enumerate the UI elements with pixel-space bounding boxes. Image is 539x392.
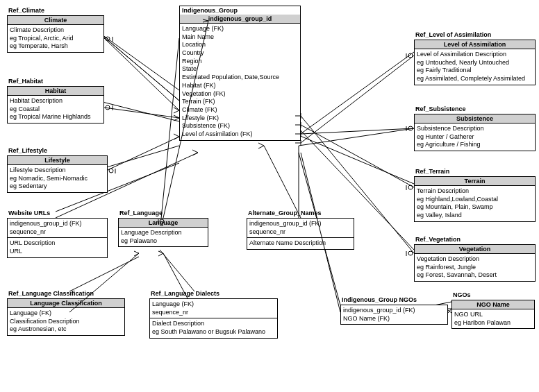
- field: NGO URL: [454, 311, 532, 319]
- svg-line-67: [134, 253, 139, 256]
- body-alternate-pk: indigenous_group_id (FK) sequence_nr: [247, 219, 354, 238]
- body-lang-dialects: Dialect Description eg South Palawano or…: [150, 318, 277, 337]
- field: eg Forest, Savannah, Desert: [417, 271, 533, 280]
- title-habitat: Habitat: [8, 87, 103, 96]
- body-website-urls: URL Description URL: [8, 238, 107, 257]
- body-lang-dialects-pk: Language (FK) sequence_nr: [150, 299, 277, 318]
- entity-ngos: NGO Name NGO URL eg Haribon Palawan: [451, 300, 535, 329]
- svg-line-10: [161, 38, 179, 219]
- field: eg South Palawano or Bugsuk Palawano: [152, 328, 275, 336]
- field: URL Description: [10, 239, 105, 248]
- field: Level of Assimilation (FK): [182, 130, 298, 139]
- field: eg Tropical Marine Highlands: [10, 113, 101, 121]
- field: indigenous_group_id (FK): [10, 220, 105, 228]
- field: Region: [182, 58, 298, 66]
- field: eg Rainforest, Jungle: [417, 264, 533, 272]
- label-indigenous-group-ngos: Indigenous_Group NGOs: [342, 296, 417, 303]
- body-website-urls-pk: indigenous_group_id (FK) sequence_nr: [8, 219, 107, 238]
- entity-ref-vegetation: Vegetation Vegetation Description eg Rai…: [414, 244, 536, 282]
- field: eg Palawano: [121, 237, 206, 246]
- label-ngos: NGOs: [453, 291, 471, 298]
- field: eg Mountain, Plain, Swamp: [417, 203, 533, 212]
- entity-ref-language-dialects: Language (FK) sequence_nr Dialect Descri…: [149, 298, 278, 339]
- body-terrain: Terrain Description eg Highland,Lowland,…: [415, 186, 535, 221]
- entity-ref-habitat: Habitat Habitat Description eg Coastal e…: [7, 86, 104, 123]
- svg-line-18: [174, 110, 179, 113]
- label-website-urls: Website URLs: [8, 210, 50, 216]
- field: eg Temperate, Harsh: [10, 42, 101, 51]
- svg-line-69: [158, 251, 163, 253]
- field: Climate Description: [10, 26, 101, 35]
- field: sequence_nr: [10, 228, 105, 237]
- field: eg Nomadic, Semi-Nomadic: [10, 175, 105, 183]
- body-indigenous-group: Language (FK) Main Name Location Country…: [180, 24, 300, 140]
- field: eg Tropical, Arctic, Arid: [10, 35, 101, 43]
- field: Lifestyle Description: [10, 167, 105, 175]
- svg-line-0: [97, 31, 179, 101]
- body-ngos: NGO URL eg Haribon Palawan: [452, 309, 534, 328]
- field: Language Description: [121, 229, 206, 237]
- entity-indigenous-group-ngos: indigenous_group_id (FK) NGO Name (FK): [340, 305, 448, 325]
- body-vegetation: Vegetation Description eg Rainforest, Ju…: [415, 254, 535, 281]
- field: Terrain (FK): [182, 98, 298, 106]
- label-ref-language-dialects: Ref_Language Dialects: [151, 290, 219, 297]
- entity-ref-climate: Climate Climate Description eg Tropical,…: [7, 15, 104, 53]
- field: eg Valley, Island: [417, 212, 533, 220]
- entity-alternate-group-names: indigenous_group_id (FK) sequence_nr Alt…: [247, 218, 354, 250]
- field: Climate (FK): [182, 106, 298, 114]
- title-level-assimilation: Level of Assimilation: [415, 40, 535, 49]
- field: indigenous_group_id (FK): [249, 220, 351, 228]
- field: NGO Name (FK): [343, 315, 445, 323]
- svg-line-27: [174, 134, 179, 137]
- entity-ref-subsistence: Subsistence Subsistence Description eg H…: [414, 114, 536, 151]
- body-language-classification: Language (FK) Classification Description…: [8, 308, 124, 335]
- body-ig-ngos: indigenous_group_id (FK) NGO Name (FK): [341, 305, 447, 324]
- field: eg Haribon Palawan: [454, 319, 532, 327]
- svg-point-29: [109, 169, 113, 173]
- field: eg Coastal: [10, 105, 101, 114]
- field: Habitat Description: [10, 97, 101, 105]
- svg-line-57: [192, 150, 198, 153]
- field: URL: [10, 248, 105, 256]
- field: Level of Assimilation Description: [417, 51, 533, 59]
- svg-line-7: [299, 135, 414, 184]
- entity-ref-level-assimilation: Level of Assimilation Level of Assimilat…: [414, 40, 536, 85]
- entity-indigenous-group: Indigenous_Group indigenous_group_id Lan…: [179, 6, 301, 141]
- entity-website-urls: indigenous_group_id (FK) sequence_nr URL…: [7, 218, 108, 258]
- svg-line-31: [301, 56, 414, 143]
- svg-point-19: [106, 37, 110, 41]
- svg-line-23: [174, 118, 179, 121]
- field: Language (FK): [182, 25, 298, 33]
- svg-point-44: [408, 185, 413, 189]
- field: Habitat (FK): [182, 82, 298, 90]
- title-terrain: Terrain: [415, 177, 535, 186]
- field: Terrain Description: [417, 187, 533, 196]
- field: Subsistence (FK): [182, 122, 298, 130]
- svg-line-28: [174, 137, 179, 139]
- body-climate: Climate Description eg Tropical, Arctic,…: [8, 25, 103, 52]
- entity-ref-lifestyle: Lifestyle Lifestyle Description eg Nomad…: [7, 155, 108, 193]
- svg-line-17: [174, 108, 179, 110]
- field: indigenous_group_id (FK): [343, 307, 445, 315]
- svg-line-16: [104, 38, 179, 110]
- svg-line-22: [174, 115, 179, 118]
- field: Main Name: [182, 33, 298, 42]
- svg-line-2: [97, 31, 179, 90]
- svg-point-49: [408, 251, 413, 255]
- label-ref-language: Ref_Language: [119, 210, 163, 216]
- svg-line-60: [258, 143, 264, 146]
- svg-line-59: [264, 146, 301, 218]
- body-level-assimilation: Level of Assimilation Description eg Unt…: [415, 49, 535, 85]
- erd-diagram: Indigenous_Group indigenous_group_id Lan…: [0, 0, 539, 392]
- field: Language (FK): [152, 300, 275, 309]
- field: Lifestyle (FK): [182, 114, 298, 123]
- label-ref-lifestyle: Ref_Lifestyle: [8, 147, 47, 154]
- svg-line-66: [134, 251, 139, 253]
- label-ref-language-classification: Ref_Language Classification: [8, 290, 94, 297]
- field: Vegetation (FK): [182, 90, 298, 99]
- svg-line-21: [104, 108, 179, 118]
- label-alternate-group-names: Alternate_Group_Names: [248, 210, 322, 216]
- label-ref-subsistence: Ref_Subsistence: [415, 105, 466, 112]
- title-language-classification: Language Classification: [8, 299, 124, 308]
- title-lifestyle: Lifestyle: [8, 156, 107, 165]
